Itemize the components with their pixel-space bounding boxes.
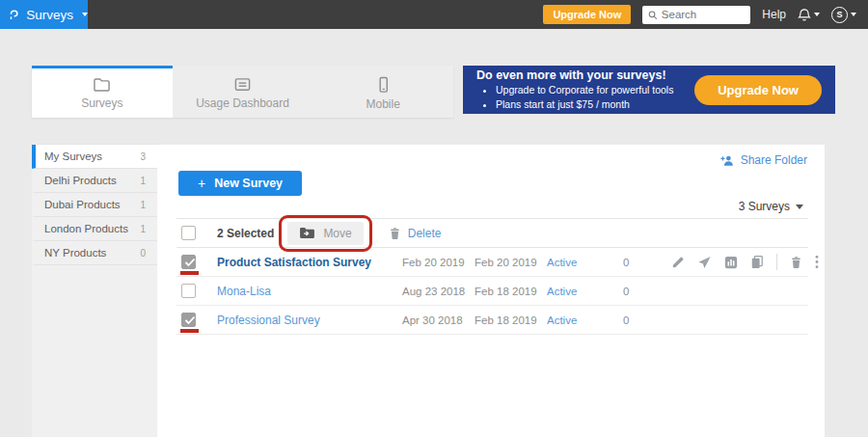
row-checkbox-cell [176,255,217,269]
dashboard-icon [233,76,252,93]
select-all-cell [176,226,217,240]
more-options-button[interactable] [815,255,819,269]
modified-date: Feb 18 2019 [475,314,547,326]
plus-icon: + [198,177,205,190]
folder-label: Delhi Products [44,175,117,186]
row-checkbox-cell [176,313,217,327]
selected-count-label: 2 Selected [217,227,274,240]
app-screen: Surveys Upgrade Now Help S [0,0,868,437]
select-all-checkbox[interactable] [181,226,196,240]
banner-bullet-list: Upgrade to Corporate for powerful tools … [496,83,673,111]
banner-bullet: Upgrade to Corporate for powerful tools [496,83,673,97]
share-folder-label: Share Folder [741,153,807,167]
tab-surveys[interactable]: Surveys [32,66,173,118]
reports-button[interactable] [724,256,738,269]
row-checkbox-cell [176,284,217,298]
table-row: Professional Survey Apr 30 2018 Feb 18 2… [176,306,808,335]
banner-text: Do even more with your surveys! Upgrade … [476,68,673,112]
folder-count: 3 [140,151,146,162]
sidebar-item-my-surveys[interactable]: My Surveys 3 [32,145,157,169]
sidebar-item-ny-products[interactable]: NY Products 0 [32,241,157,265]
row-delete-button[interactable] [790,256,802,269]
check-icon [184,258,196,267]
responses-count: 0 [623,314,671,326]
folder-icon [93,76,111,93]
chevron-down-icon [814,13,820,16]
folder-label: Dubai Products [44,199,121,210]
row-checkbox[interactable] [181,284,196,298]
section-tabs: Surveys Usage Dashboard Mobile [32,66,453,118]
bell-icon [798,8,811,22]
row-checkbox[interactable] [181,313,196,327]
edit-button[interactable] [671,256,685,269]
tab-usage-dashboard[interactable]: Usage Dashboard [173,66,313,118]
banner-upgrade-button[interactable]: Upgrade Now [694,75,822,105]
selection-toolbar: 2 Selected Move [176,218,808,248]
folder-count: 1 [140,176,146,186]
annotation-checkbox-underline [180,271,199,275]
upgrade-now-button[interactable]: Upgrade Now [543,5,631,24]
created-date: Aug 23 2018 [402,286,475,297]
tab-label: Mobile [366,97,400,111]
table-row: Mona-Lisa Aug 23 2018 Feb 18 2019 Active… [176,277,808,306]
check-icon [184,315,196,325]
delete-label: Delete [408,227,442,240]
account-menu[interactable]: S [831,7,856,23]
chevron-down-icon [851,13,856,16]
move-button[interactable]: Move [287,222,363,245]
sidebar-item-dubai-products[interactable]: Dubai Products 1 [32,193,157,217]
search-input[interactable] [662,9,745,20]
product-switcher[interactable]: Surveys [0,0,88,29]
move-folder-icon [299,227,315,239]
table-row: Product Satisfaction Survey Feb 20 2019 … [176,248,808,277]
move-button-wrap: Move [287,222,363,245]
surveys-panel: Share Folder + New Survey 3 Surveys 2 Se… [157,145,825,437]
created-date: Apr 30 2018 [402,314,475,326]
divider [776,254,777,270]
survey-name-link[interactable]: Professional Survey [217,314,402,327]
folder-label: My Surveys [44,150,102,162]
banner-bullet: Plans start at just $75 / month [496,97,673,112]
tab-mobile[interactable]: Mobile [312,66,453,118]
mobile-icon [375,76,392,94]
folders-sidebar: My Surveys 3 Delhi Products 1 Dubai Prod… [32,145,157,437]
search-box[interactable] [642,6,750,24]
modified-date: Feb 18 2019 [475,286,547,297]
status-badge: Active [547,257,623,268]
delete-button[interactable]: Delete [389,227,442,240]
survey-name-link[interactable]: Product Satisfaction Survey [217,256,402,269]
folder-count: 1 [140,224,146,234]
avatar: S [831,7,848,23]
surveys-count-dropdown[interactable]: 3 Surveys [739,200,803,213]
folder-label: London Products [44,223,128,234]
magnifier-icon [648,10,658,20]
new-survey-button[interactable]: + New Survey [178,171,302,196]
tab-label: Surveys [81,96,122,110]
send-plane-icon [697,256,712,269]
duplicate-button[interactable] [750,255,764,269]
status-badge: Active [547,286,623,297]
share-folder-link[interactable]: Share Folder [720,153,807,167]
sidebar-item-delhi-products[interactable]: Delhi Products 1 [32,169,157,193]
navbar-right: Upgrade Now Help S [543,5,868,24]
folder-count: 0 [140,248,146,259]
folder-count: 1 [140,200,146,210]
send-button[interactable] [697,256,712,269]
product-menu-label: Surveys [26,8,73,22]
top-navbar: Surveys Upgrade Now Help S [0,0,868,29]
row-checkbox[interactable] [181,255,196,269]
surveys-table: 2 Selected Move [176,218,808,335]
add-person-icon [720,154,735,167]
modified-date: Feb 20 2019 [475,257,547,268]
surveys-count-label: 3 Surveys [739,200,790,213]
status-badge: Active [547,314,623,326]
sidebar-item-london-products[interactable]: London Products 1 [32,217,157,241]
help-link[interactable]: Help [762,8,786,21]
move-label: Move [323,227,351,240]
reports-chart-icon [724,256,738,269]
chevron-down-icon [796,205,803,209]
survey-name-link[interactable]: Mona-Lisa [217,285,402,298]
notifications-button[interactable] [798,8,820,22]
proprofs-p-icon [10,7,18,23]
copy-icon [750,255,764,269]
